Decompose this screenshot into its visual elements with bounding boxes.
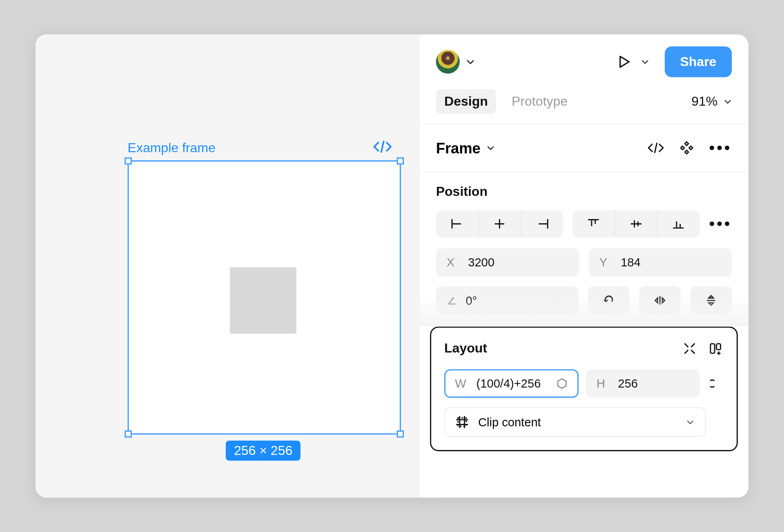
dev-mode-icon[interactable] <box>647 142 664 154</box>
svg-rect-1 <box>716 344 720 350</box>
avatar[interactable] <box>436 50 460 73</box>
resize-handle-br[interactable] <box>397 430 404 437</box>
panel-tabs: Design Prototype 91% <box>419 84 748 124</box>
align-vcenter-button[interactable] <box>615 210 657 237</box>
topbar: Share <box>419 35 748 84</box>
angle-icon <box>447 295 457 306</box>
align-more-icon[interactable]: ••• <box>709 214 732 233</box>
position-section: Position ••• X <box>419 172 748 326</box>
frame-type-header: Frame ••• <box>419 124 748 172</box>
y-label: Y <box>599 256 612 269</box>
flip-vertical-button[interactable] <box>690 286 732 315</box>
width-field[interactable]: W <box>444 369 579 398</box>
frame-dev-mode-icon[interactable] <box>373 140 392 153</box>
x-input[interactable] <box>468 256 568 269</box>
avatar-chevron-icon[interactable] <box>466 57 475 66</box>
selected-frame[interactable] <box>128 160 401 434</box>
vertical-align-group <box>572 210 699 237</box>
frame-type-label[interactable]: Frame <box>436 139 481 156</box>
clip-content-dropdown[interactable]: Clip content <box>444 407 706 437</box>
zoom-dropdown[interactable]: 91% <box>691 94 732 109</box>
align-top-button[interactable] <box>572 210 615 237</box>
rotation-value: 0° <box>466 294 477 307</box>
share-button[interactable]: Share <box>665 47 732 78</box>
dimensions-badge: 256 × 256 <box>226 441 301 461</box>
layout-title: Layout <box>444 341 487 356</box>
rotate-90-button[interactable] <box>588 286 630 315</box>
rotation-field[interactable]: 0° <box>436 286 579 315</box>
height-field[interactable]: H <box>586 369 700 398</box>
clip-content-label: Clip content <box>478 415 541 429</box>
resize-handle-tl[interactable] <box>125 157 131 164</box>
chevron-down-icon <box>724 98 732 106</box>
frame-type-chevron-icon[interactable] <box>486 144 494 152</box>
frame-label[interactable]: Example frame <box>128 140 216 156</box>
collapse-icon[interactable] <box>683 342 696 355</box>
align-right-button[interactable] <box>521 210 563 237</box>
auto-layout-add-icon[interactable] <box>709 342 724 355</box>
flip-horizontal-button[interactable] <box>639 286 681 315</box>
clip-content-icon <box>456 416 469 429</box>
present-button[interactable] <box>616 53 649 70</box>
inner-rectangle[interactable] <box>230 267 296 334</box>
y-input[interactable] <box>621 256 721 269</box>
resize-handle-tr[interactable] <box>397 157 404 164</box>
align-hcenter-button[interactable] <box>478 210 521 237</box>
h-label: H <box>597 377 610 390</box>
svg-rect-0 <box>710 344 715 353</box>
canvas[interactable]: Example frame 256 × 256 <box>36 35 441 498</box>
more-options-icon[interactable]: ••• <box>709 138 732 157</box>
chevron-down-icon <box>686 418 694 426</box>
y-field[interactable]: Y <box>589 248 732 277</box>
properties-panel: Share Design Prototype 91% Frame ••• <box>419 35 748 498</box>
present-chevron-icon[interactable] <box>641 58 649 66</box>
align-left-button[interactable] <box>436 210 479 237</box>
layout-section: Layout W <box>419 326 748 451</box>
x-label: X <box>447 256 460 269</box>
position-title: Position <box>436 184 732 200</box>
align-bottom-button[interactable] <box>657 210 699 237</box>
app-window: Example frame 256 × 256 Share <box>36 35 748 498</box>
width-input[interactable] <box>477 377 548 390</box>
x-field[interactable]: X <box>436 248 579 277</box>
tab-prototype[interactable]: Prototype <box>503 89 576 114</box>
component-icon[interactable] <box>679 141 694 155</box>
resize-handle-bl[interactable] <box>125 430 131 437</box>
height-input[interactable] <box>618 377 689 390</box>
tab-design[interactable]: Design <box>436 89 496 114</box>
w-label: W <box>455 377 468 390</box>
horizontal-align-group <box>436 210 563 237</box>
constrain-proportions-button[interactable] <box>707 375 724 392</box>
variable-icon[interactable] <box>556 378 568 390</box>
zoom-value: 91% <box>691 94 717 109</box>
